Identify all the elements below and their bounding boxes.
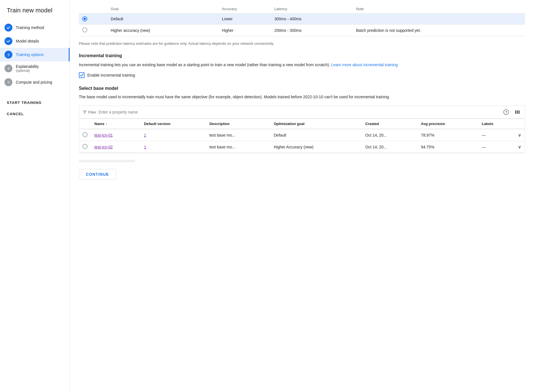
- sidebar-item-training-options[interactable]: 3 Training options: [0, 48, 70, 61]
- model-row1-radio[interactable]: [79, 129, 91, 141]
- model-row1-desc: test base mo...: [206, 129, 270, 141]
- model-row2-labels: —: [478, 141, 515, 153]
- svg-rect-7: [519, 110, 520, 114]
- goal-col-select: [79, 5, 107, 14]
- model-col-description[interactable]: Description: [206, 119, 270, 129]
- sidebar-item-training-method[interactable]: Training method: [0, 21, 70, 34]
- goal-row-accuracy-high: Higher: [219, 24, 271, 36]
- select-base-model-section: Select base model The base model used to…: [79, 86, 525, 180]
- model-version-link-2[interactable]: 1: [144, 145, 146, 149]
- goal-col-note: Note: [353, 5, 525, 14]
- help-icon[interactable]: ?: [502, 108, 510, 116]
- model-row2-expand[interactable]: ∨: [515, 141, 525, 153]
- sidebar-item-compute-pricing[interactable]: 5 Compute and pricing: [0, 75, 70, 89]
- sidebar-label-training-method: Training method: [16, 25, 44, 30]
- goal-col-latency: Latency: [271, 5, 353, 14]
- goal-row-latency-high: 200ms - 300ms: [271, 24, 353, 36]
- filter-action-icons: ?: [502, 108, 521, 116]
- model-row2-radio[interactable]: [79, 141, 91, 153]
- model-col-name[interactable]: Name ↑: [91, 119, 141, 129]
- goal-table-wrapper: Goal Accuracy Latency Note Default Lower…: [79, 5, 525, 36]
- enable-incremental-row[interactable]: Enable incremental training: [79, 72, 525, 78]
- model-row2-precision: 94.75%: [418, 141, 479, 153]
- enable-incremental-checkbox[interactable]: [79, 72, 84, 78]
- goal-row-note-default: [353, 14, 525, 24]
- goal-row-goal-high: Higher accuracy (new): [107, 24, 219, 36]
- sidebar-item-explainability[interactable]: 4 Explainability (optional): [0, 61, 70, 75]
- model-row1-name[interactable]: test-icn-01: [91, 129, 141, 141]
- svg-text:?: ?: [505, 110, 507, 114]
- goal-row-radio-high[interactable]: [79, 24, 107, 36]
- incremental-training-description: Incremental training lets you use an exi…: [79, 62, 525, 68]
- model-row2-name[interactable]: test-icn-02: [91, 141, 141, 153]
- model-row2-desc: test base mo...: [206, 141, 270, 153]
- model-table: Name ↑ Default version Description Optim…: [79, 119, 525, 153]
- model-row1-goal: Default: [270, 129, 362, 141]
- step-icon-explainability: 4: [5, 64, 12, 72]
- goal-row-goal-default: Default: [107, 14, 219, 24]
- model-col-created[interactable]: Created: [362, 119, 418, 129]
- model-row2-created: Oct 14, 20...: [362, 141, 418, 153]
- enable-incremental-label: Enable incremental training: [87, 73, 135, 77]
- model-row2-version[interactable]: 1: [141, 141, 206, 153]
- incremental-training-link[interactable]: Learn more about incremental training: [331, 63, 398, 67]
- goal-row-note-high: Batch prediction is not supported yet.: [353, 24, 525, 36]
- model-col-default-version[interactable]: Default version: [141, 119, 206, 129]
- radio-default[interactable]: [82, 16, 87, 21]
- radio-model-2[interactable]: [83, 144, 88, 149]
- step-icon-compute-pricing: 5: [5, 78, 12, 86]
- svg-rect-6: [517, 110, 518, 114]
- svg-rect-5: [515, 110, 516, 114]
- table-row[interactable]: Default Lower 300ms - 400ms: [79, 14, 525, 24]
- model-name-link-1[interactable]: test-icn-01: [94, 133, 113, 137]
- sidebar-text-explainability: Explainability (optional): [16, 64, 39, 73]
- model-name-link-2[interactable]: test-icn-02: [94, 145, 113, 149]
- select-base-model-desc: The base model used to incrementally tra…: [79, 94, 525, 100]
- sidebar-label-training-options: Training options: [16, 52, 44, 57]
- goal-row-latency-default: 300ms - 400ms: [271, 14, 353, 24]
- sidebar-sub-explainability: (optional): [16, 69, 39, 73]
- select-base-model-title: Select base model: [79, 86, 525, 91]
- columns-icon[interactable]: [513, 108, 521, 116]
- sidebar-actions: START TRAINING CANCEL: [0, 97, 70, 119]
- table-row[interactable]: test-icn-01 1 test base mo... Default Oc…: [79, 129, 525, 141]
- expand-icon-1[interactable]: ∨: [518, 133, 521, 137]
- model-col-avg-precision[interactable]: Avg precision: [418, 119, 479, 129]
- model-name-header: Name: [94, 122, 104, 126]
- table-row[interactable]: Higher accuracy (new) Higher 200ms - 300…: [79, 24, 525, 36]
- expand-icon-2[interactable]: ∨: [518, 144, 521, 149]
- model-row1-version[interactable]: 1: [141, 129, 206, 141]
- filter-bar: Filter ?: [79, 106, 525, 119]
- table-row[interactable]: test-icn-02 1 test base mo... Higher Acc…: [79, 141, 525, 153]
- model-col-optimization-goal[interactable]: Optimization goal: [270, 119, 362, 129]
- model-col-labels[interactable]: Labels: [478, 119, 515, 129]
- cancel-button[interactable]: CANCEL: [0, 108, 70, 119]
- checkbox-checkmark-icon: [80, 73, 84, 77]
- main-content: Goal Accuracy Latency Note Default Lower…: [70, 0, 534, 392]
- start-training-button[interactable]: START TRAINING: [0, 97, 70, 108]
- goal-col-goal: Goal: [107, 5, 219, 14]
- model-row1-precision: 78.97%: [418, 129, 479, 141]
- model-table-container: Name ↑ Default version Description Optim…: [79, 119, 525, 153]
- continue-button[interactable]: CONTINUE: [79, 169, 116, 180]
- model-row1-labels: —: [478, 129, 515, 141]
- model-row1-created: Oct 14, 20...: [362, 129, 418, 141]
- goal-row-radio-default[interactable]: [79, 14, 107, 24]
- goal-table: Goal Accuracy Latency Note Default Lower…: [79, 5, 525, 36]
- model-col-select: [79, 119, 91, 129]
- step-icon-training-options: 3: [5, 51, 12, 59]
- sort-arrow-icon[interactable]: ↑: [105, 122, 107, 126]
- radio-higher-accuracy[interactable]: [82, 27, 87, 32]
- filter-input[interactable]: [99, 110, 500, 114]
- model-version-link-1[interactable]: 1: [144, 133, 146, 137]
- sidebar-label-compute-pricing: Compute and pricing: [16, 80, 52, 84]
- radio-model-1[interactable]: [83, 132, 88, 137]
- model-row1-expand[interactable]: ∨: [515, 129, 525, 141]
- sidebar: Train new model Training method Model de…: [0, 0, 70, 392]
- model-col-expand: [515, 119, 525, 129]
- filter-label: Filter: [88, 110, 96, 114]
- sidebar-item-model-details[interactable]: Model details: [0, 34, 70, 48]
- incremental-training-section: Incremental training Incremental trainin…: [79, 53, 525, 78]
- scroll-indicator: [79, 160, 135, 162]
- step-icon-training-method: [5, 24, 12, 32]
